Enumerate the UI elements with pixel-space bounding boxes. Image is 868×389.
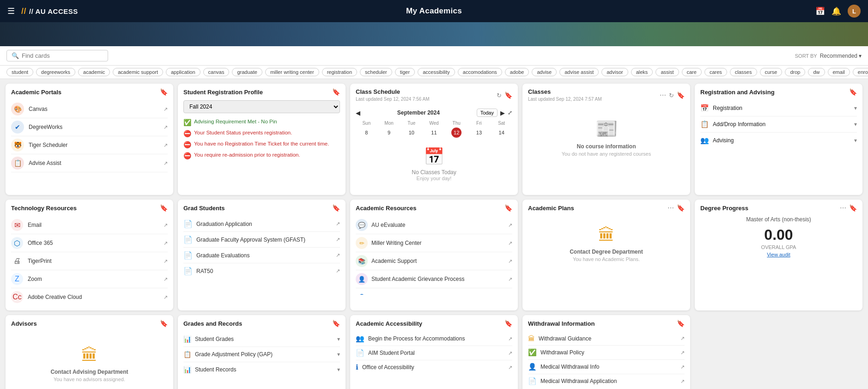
calendar-date[interactable]: 11 — [429, 128, 439, 138]
calendar-icon[interactable]: 📅 — [815, 6, 825, 16]
grades-item[interactable]: 📊 Student Records ▾ — [183, 362, 340, 377]
bookmark-icon[interactable]: 🔖 — [677, 320, 685, 327]
resource-item[interactable]: ✏ Miller Writing Center ↗ — [356, 234, 512, 252]
grades-item[interactable]: 📋 Grade Adjustment Policy (GAP) ▾ — [183, 347, 340, 362]
external-link-icon[interactable]: ↗ — [164, 142, 168, 148]
external-link-icon[interactable]: ↗ — [336, 268, 340, 274]
external-link-icon[interactable]: ↗ — [508, 336, 512, 342]
search-input-wrap[interactable]: 🔍 — [6, 50, 108, 61]
bookmark-icon[interactable]: 🔖 — [160, 88, 168, 96]
tag-accessibility[interactable]: accessibility — [418, 68, 455, 76]
withdrawal-item[interactable]: 🏛 Withdrawal Guidance ↗ — [528, 332, 685, 346]
semester-select[interactable]: Fall 2024 — [183, 100, 340, 113]
external-link-icon[interactable]: ↗ — [164, 160, 168, 166]
sort-button[interactable]: Recommended ▾ — [820, 53, 862, 59]
tag-canvas[interactable]: canvas — [203, 68, 230, 76]
external-link-icon[interactable]: ↗ — [680, 378, 685, 384]
bookmark-icon[interactable]: 🔖 — [160, 320, 168, 327]
tag-registration[interactable]: registration — [322, 68, 357, 76]
bookmark-icon[interactable]: 🔖 — [849, 88, 857, 96]
tag-accomodations[interactable]: accomodations — [458, 68, 502, 76]
hamburger-menu[interactable]: ☰ — [7, 6, 15, 16]
external-link-icon[interactable]: ↗ — [336, 237, 340, 243]
tech-item[interactable]: Z Zoom ↗ — [11, 270, 168, 288]
external-link-icon[interactable]: ↗ — [336, 221, 340, 227]
bookmark-icon[interactable]: 🔖 — [332, 320, 340, 327]
external-link-icon[interactable]: ↗ — [336, 252, 340, 258]
reg-advising-item[interactable]: 👥 Advising ▾ — [700, 133, 857, 148]
accessibility-item[interactable]: 📄 AIM Student Portal ↗ — [356, 346, 512, 360]
calendar-date[interactable]: 9 — [384, 128, 394, 138]
resource-item[interactable]: 📚 Academic Support ↗ — [356, 252, 512, 270]
tag-enrollment[interactable]: enrollment — [853, 68, 868, 76]
more-options-icon[interactable]: ⋯ — [660, 91, 666, 99]
external-link-icon[interactable]: ↗ — [508, 365, 512, 371]
external-link-icon[interactable]: ↗ — [680, 335, 685, 341]
expand-icon[interactable]: ⤢ — [508, 109, 512, 116]
tech-item[interactable]: Cc Adobe Creative Cloud ↗ — [11, 288, 168, 306]
external-link-icon[interactable]: ↗ — [164, 276, 168, 282]
calendar-date[interactable]: 10 — [407, 128, 417, 138]
tag-dw[interactable]: dw — [808, 68, 825, 76]
grad-item[interactable]: 📄 Graduate Faculty Approval System (GFAS… — [183, 232, 340, 248]
more-options-icon[interactable]: ⋯ — [840, 204, 846, 212]
tag-graduate[interactable]: graduate — [232, 68, 262, 76]
external-link-icon[interactable]: ↗ — [508, 294, 512, 295]
grades-item[interactable]: 📊 Student Grades ▾ — [183, 332, 340, 347]
withdrawal-item[interactable]: 👤 Medical Withdrawal Info ↗ — [528, 360, 685, 374]
bookmark-icon[interactable]: 🔖 — [160, 204, 168, 212]
accessibility-item[interactable]: ℹ Office of Accessibility ↗ — [356, 360, 512, 374]
grad-item[interactable]: 📄 Graduation Application ↗ — [183, 216, 340, 232]
refresh-icon[interactable]: ↻ — [669, 92, 674, 99]
external-link-icon[interactable]: ↗ — [164, 106, 168, 112]
external-link-icon[interactable]: ↗ — [508, 258, 512, 264]
grad-item[interactable]: 📄 Graduate Evaluations ↗ — [183, 248, 340, 263]
tag-advise[interactable]: advise — [532, 68, 557, 76]
bookmark-icon[interactable]: 🔖 — [332, 88, 340, 96]
bookmark-icon[interactable]: 🔖 — [504, 204, 512, 212]
portal-item[interactable]: 📋 Advise Assist ↗ — [11, 154, 168, 172]
external-link-icon[interactable]: ↗ — [164, 240, 168, 246]
external-link-icon[interactable]: ↗ — [164, 124, 168, 130]
tag-application[interactable]: application — [166, 68, 200, 76]
tech-item[interactable]: ⬡ Office 365 ↗ — [11, 234, 168, 252]
external-link-icon[interactable]: ↗ — [164, 294, 168, 300]
accessibility-item[interactable]: 👥 Begin the Process for Accommodations ↗ — [356, 332, 512, 346]
calendar-date[interactable]: 14 — [497, 128, 507, 138]
more-options-icon[interactable]: ⋯ — [668, 204, 674, 212]
calendar-date[interactable]: 12 — [451, 128, 461, 138]
calendar-date[interactable]: 13 — [474, 128, 484, 138]
external-link-icon[interactable]: ↗ — [508, 222, 512, 228]
external-link-icon[interactable]: ↗ — [508, 276, 512, 282]
tag-advise-assist[interactable]: advise assist — [559, 68, 599, 76]
next-month-icon[interactable]: ▶ — [500, 109, 505, 116]
portal-item[interactable]: ✔ DegreeWorks ↗ — [11, 118, 168, 136]
tech-item[interactable]: ✉ Email ↗ — [11, 216, 168, 234]
external-link-icon[interactable]: ↗ — [164, 222, 168, 228]
withdrawal-item[interactable]: 📄 Medical Withdrawal Application ↗ — [528, 374, 685, 388]
bookmark-icon[interactable]: 🔖 — [849, 204, 857, 212]
resource-item[interactable]: 👤 Student Academic Grievance Process ↗ — [356, 270, 512, 288]
avatar[interactable]: L — [848, 5, 861, 18]
portal-item[interactable]: 👤 Student Self-Service ↗ — [11, 172, 168, 174]
grad-item[interactable]: 📄 RAT50 ↗ — [183, 263, 340, 279]
bookmark-icon[interactable]: 🔖 — [504, 91, 512, 99]
tag-miller-writing-center[interactable]: miller writing center — [265, 68, 319, 76]
reg-advising-item[interactable]: 📅 Registration ▾ — [700, 100, 857, 116]
external-link-icon[interactable]: ↗ — [508, 350, 512, 356]
bell-icon[interactable]: 🔔 — [832, 6, 841, 16]
tag-student[interactable]: student — [6, 68, 33, 76]
tag-drop[interactable]: drop — [785, 68, 805, 76]
external-link-icon[interactable]: ↗ — [508, 240, 512, 246]
search-input[interactable] — [22, 52, 103, 59]
tag-academic[interactable]: academic — [78, 68, 110, 76]
tag-curse[interactable]: curse — [760, 68, 783, 76]
refresh-icon[interactable]: ↻ — [497, 92, 502, 99]
bookmark-icon[interactable]: 🔖 — [677, 204, 685, 212]
tag-degreeworks[interactable]: degreeworks — [36, 68, 75, 76]
tag-classes[interactable]: classes — [730, 68, 757, 76]
portal-item[interactable]: 🎨 Canvas ↗ — [11, 100, 168, 118]
tag-adobe[interactable]: adobe — [505, 68, 529, 76]
tech-item[interactable]: 🖨 TigerPrint ↗ — [11, 252, 168, 270]
external-link-icon[interactable]: ↗ — [680, 364, 685, 370]
